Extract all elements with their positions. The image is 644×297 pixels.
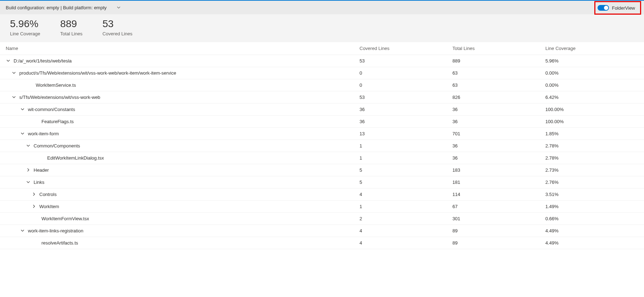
col-header-lc[interactable]: Line Coverage (545, 46, 638, 51)
table-row[interactable]: Links51812.76% (0, 176, 644, 188)
row-name-cell: Header (6, 167, 360, 173)
row-name-cell: wit-common/Constants (6, 107, 360, 112)
chevron-down-icon[interactable] (117, 5, 121, 10)
folderview-toggle[interactable] (598, 5, 609, 11)
row-covered: 4 (360, 240, 452, 246)
row-name-cell: work-item-form (6, 131, 360, 136)
row-covered: 5 (360, 167, 452, 173)
chevron-down-icon[interactable] (26, 180, 31, 184)
row-covered: 4 (360, 228, 452, 233)
row-total: 67 (452, 204, 545, 209)
active-tab-indicator (68, 0, 89, 1)
row-line-coverage: 5.96% (545, 58, 638, 64)
row-name: WorkItemService.ts (36, 82, 76, 88)
chevron-down-icon[interactable] (20, 107, 25, 111)
row-total: 36 (452, 107, 545, 112)
table-row[interactable]: Common/Components1362.78% (0, 140, 644, 152)
table-row[interactable]: s/Tfs/Web/extensions/wit/vss-work-web538… (0, 91, 644, 104)
row-name: Header (34, 167, 49, 173)
chevron-right-icon[interactable] (31, 205, 36, 208)
table-row[interactable]: WorkItem1671.49% (0, 201, 644, 213)
row-line-coverage: 3.51% (545, 192, 638, 197)
topbar: Build configuration: empty | Build platf… (0, 0, 644, 14)
row-line-coverage: 100.00% (545, 107, 638, 112)
row-line-coverage: 0.66% (545, 216, 638, 221)
row-name-cell: Links (6, 180, 360, 185)
row-covered: 4 (360, 192, 452, 197)
row-line-coverage: 0.00% (545, 82, 638, 88)
row-total: 826 (452, 95, 545, 100)
row-total: 889 (452, 58, 545, 64)
row-covered: 0 (360, 82, 452, 88)
metric-line-coverage: 5.96% Line Coverage (10, 19, 40, 36)
row-name: s/Tfs/Web/extensions/wit/vss-work-web (19, 95, 100, 100)
chevron-down-icon[interactable] (20, 132, 25, 135)
row-name: work-item-form (28, 131, 59, 136)
table-row[interactable]: EditWorkItemLinkDialog.tsx1362.78% (0, 152, 644, 164)
table-row[interactable]: FeatureFlags.ts3636100.00% (0, 116, 644, 128)
chevron-right-icon[interactable] (26, 168, 31, 172)
table-row[interactable]: work-item-form137011.85% (0, 128, 644, 140)
row-name-cell: resolveArtifacts.ts (6, 240, 360, 246)
row-line-coverage: 4.49% (545, 240, 638, 246)
row-name-cell: Controls (6, 192, 360, 197)
coverage-table-body: D:/a/_work/1/tests/web/tesla538895.96%pr… (0, 55, 644, 249)
row-line-coverage: 1.49% (545, 204, 638, 209)
chevron-right-icon[interactable] (31, 192, 36, 196)
table-row[interactable]: wit-common/Constants3636100.00% (0, 104, 644, 116)
chevron-down-icon[interactable] (20, 229, 25, 232)
metric-covered-lines: 53 Covered Lines (103, 19, 133, 36)
build-config-breadcrumb: Build configuration: empty | Build platf… (6, 5, 106, 10)
row-name: FeatureFlags.ts (41, 119, 74, 124)
row-name: resolveArtifacts.ts (41, 240, 78, 246)
row-covered: 2 (360, 216, 452, 221)
metric-label: Line Coverage (10, 31, 40, 36)
row-total: 183 (452, 167, 545, 173)
row-covered: 13 (360, 131, 452, 136)
chevron-down-icon[interactable] (11, 95, 16, 99)
row-covered: 5 (360, 180, 452, 185)
folderview-highlight: FolderView (594, 1, 641, 15)
chevron-down-icon[interactable] (6, 59, 11, 62)
metric-value: 889 (60, 19, 83, 30)
table-row[interactable]: WorkItemFormView.tsx23010.66% (0, 213, 644, 225)
col-header-name[interactable]: Name (6, 46, 360, 51)
row-line-coverage: 4.49% (545, 228, 638, 233)
row-line-coverage: 2.78% (545, 155, 638, 161)
row-total: 36 (452, 119, 545, 124)
table-row[interactable]: WorkItemService.ts0630.00% (0, 79, 644, 91)
row-line-coverage: 6.42% (545, 95, 638, 100)
row-name-cell: WorkItemFormView.tsx (6, 216, 360, 221)
row-total: 181 (452, 180, 545, 185)
table-row[interactable]: D:/a/_work/1/tests/web/tesla538895.96% (0, 55, 644, 67)
row-line-coverage: 2.78% (545, 143, 638, 148)
metric-label: Covered Lines (103, 31, 133, 36)
row-name: D:/a/_work/1/tests/web/tesla (14, 58, 72, 64)
row-total: 301 (452, 216, 545, 221)
table-row[interactable]: Header51832.73% (0, 164, 644, 176)
row-name-cell: D:/a/_work/1/tests/web/tesla (6, 58, 360, 64)
row-name-cell: Common/Components (6, 143, 360, 148)
row-covered: 53 (360, 58, 452, 64)
row-name-cell: work-item-links-registration (6, 228, 360, 233)
table-row[interactable]: resolveArtifacts.ts4894.49% (0, 237, 644, 249)
table-row[interactable]: Controls41143.51% (0, 188, 644, 201)
row-line-coverage: 0.00% (545, 70, 638, 76)
row-total: 701 (452, 131, 545, 136)
row-covered: 36 (360, 119, 452, 124)
row-name: wit-common/Constants (28, 107, 75, 112)
col-header-total[interactable]: Total Lines (452, 46, 545, 51)
metric-value: 5.96% (10, 19, 40, 30)
table-header: Name Covered Lines Total Lines Line Cove… (0, 42, 644, 55)
row-name: WorkItemFormView.tsx (41, 216, 89, 221)
table-row[interactable]: product/s/Tfs/Web/extensions/wit/vss-wor… (0, 67, 644, 79)
row-covered: 1 (360, 155, 452, 161)
table-row[interactable]: work-item-links-registration4894.49% (0, 225, 644, 237)
chevron-down-icon[interactable] (11, 71, 16, 75)
row-name: Common/Components (34, 143, 80, 148)
row-total: 63 (452, 70, 545, 76)
col-header-covered[interactable]: Covered Lines (360, 46, 452, 51)
chevron-down-icon[interactable] (26, 144, 31, 147)
metric-label: Total Lines (60, 31, 83, 36)
summary-bar: 5.96% Line Coverage 889 Total Lines 53 C… (0, 14, 644, 42)
